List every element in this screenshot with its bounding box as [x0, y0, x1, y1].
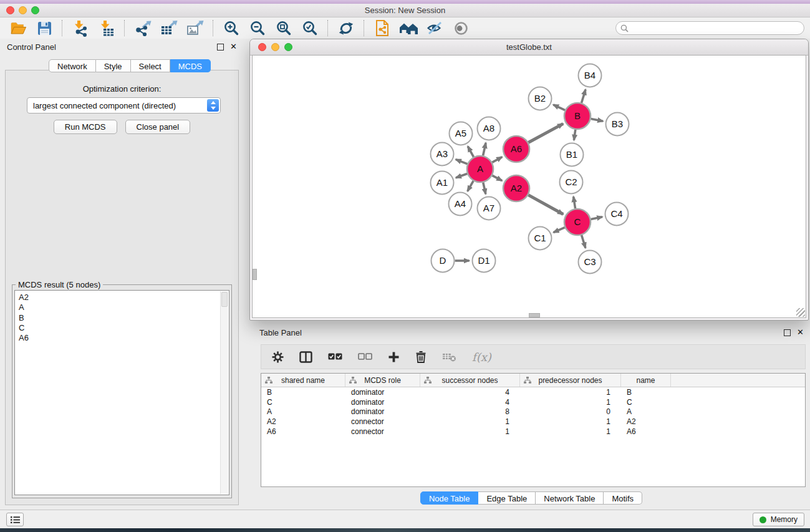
network-vscroll-thumb[interactable]	[253, 269, 257, 280]
graph-node-A6[interactable]: A6	[503, 136, 529, 162]
close-panel-button[interactable]: Close panel	[125, 120, 191, 134]
delete-table-button[interactable]	[442, 352, 456, 362]
graph-node-A[interactable]: A	[467, 156, 493, 182]
resize-grip[interactable]	[796, 308, 805, 317]
column-header-successor-nodes[interactable]: successor nodes	[420, 374, 520, 387]
mcds-result-item[interactable]: A6	[19, 333, 229, 343]
graph-node-A1[interactable]: A1	[431, 172, 454, 195]
table-row[interactable]: Bdominator41B	[261, 387, 805, 397]
search-input[interactable]	[629, 22, 804, 34]
memory-button[interactable]: Memory	[753, 513, 804, 526]
graph-edge-B-B3[interactable]	[591, 118, 603, 121]
select-all-button[interactable]	[328, 352, 342, 361]
import-network-button[interactable]	[69, 19, 92, 37]
graph-node-A5[interactable]: A5	[450, 122, 473, 145]
split-view-button[interactable]	[299, 351, 312, 363]
add-column-button[interactable]	[388, 351, 400, 363]
table-row[interactable]: A2connector11A2	[261, 417, 805, 427]
zoom-fit-button[interactable]	[272, 19, 295, 37]
column-header-mcds-role[interactable]: MCDS role	[345, 374, 420, 387]
graph-edge-A-A1[interactable]	[456, 174, 467, 178]
column-header-shared-name[interactable]: shared name	[261, 374, 345, 387]
show-all-button[interactable]	[450, 19, 472, 37]
result-scrollbar[interactable]	[220, 291, 228, 494]
table-row[interactable]: Cdominator41C	[261, 397, 805, 407]
graph-node-A4[interactable]: A4	[449, 193, 472, 216]
tab-mcds[interactable]: MCDS	[170, 59, 211, 72]
close-window-icon[interactable]	[6, 6, 14, 14]
graph-edge-B-B4[interactable]	[582, 90, 586, 104]
graph-node-D1[interactable]: D1	[473, 249, 496, 273]
graph-edge-C-C2[interactable]	[574, 196, 576, 208]
graph-edge-A-A2[interactable]	[492, 175, 502, 180]
tab-motifs[interactable]: Motifs	[604, 491, 642, 505]
tab-network-table[interactable]: Network Table	[536, 491, 604, 505]
graph-node-C1[interactable]: C1	[529, 227, 552, 250]
table-row[interactable]: A6connector11A6	[261, 427, 805, 437]
graph-node-B3[interactable]: B3	[606, 113, 629, 136]
export-table-button[interactable]	[158, 19, 180, 37]
zoom-out-button[interactable]	[246, 19, 269, 37]
run-mcds-button[interactable]: Run MCDS	[54, 120, 117, 134]
import-table-button[interactable]	[95, 19, 118, 37]
open-session-button[interactable]	[7, 19, 29, 37]
network-window-titlebar[interactable]: testGlobe.txt	[250, 39, 808, 56]
hide-selected-button[interactable]	[423, 19, 446, 37]
tab-network[interactable]: Network	[49, 59, 96, 72]
tab-style[interactable]: Style	[96, 59, 131, 72]
column-header-name[interactable]: name	[621, 374, 671, 387]
criterion-dropdown[interactable]: largest connected component (directed)	[27, 97, 221, 114]
graph-edge-A2-C[interactable]	[528, 195, 563, 215]
graph-node-B4[interactable]: B4	[579, 64, 602, 87]
zoom-selected-button[interactable]	[299, 19, 321, 37]
graph-edge-B-B1[interactable]	[574, 130, 575, 140]
refresh-button[interactable]	[335, 19, 357, 37]
minimize-network-icon[interactable]	[271, 43, 279, 51]
close-panel-icon[interactable]: ✕	[230, 43, 237, 51]
graph-node-B2[interactable]: B2	[529, 87, 552, 110]
graph-edge-A6-B[interactable]	[528, 123, 563, 142]
network-hscroll-thumb[interactable]	[529, 313, 540, 317]
graph-edge-C-C3[interactable]	[582, 235, 586, 248]
home-button[interactable]	[397, 19, 420, 37]
graph-node-D[interactable]: D	[432, 249, 455, 273]
delete-column-button[interactable]	[415, 351, 427, 363]
zoom-network-icon[interactable]	[284, 43, 292, 51]
close-network-icon[interactable]	[258, 43, 266, 51]
graph-edge-C-C1[interactable]	[554, 228, 565, 233]
float-table-panel-icon[interactable]	[784, 329, 791, 336]
graph-node-B[interactable]: B	[564, 103, 591, 129]
graph-node-A3[interactable]: A3	[431, 143, 454, 166]
tab-select[interactable]: Select	[131, 59, 170, 72]
graph-node-C2[interactable]: C2	[560, 171, 583, 194]
graph-node-A7[interactable]: A7	[478, 197, 501, 220]
table-row[interactable]: Adominator80A	[261, 407, 805, 417]
function-builder-button[interactable]: f(x)	[472, 351, 491, 364]
table-settings-button[interactable]	[272, 351, 284, 363]
close-table-panel-icon[interactable]: ✕	[797, 329, 804, 336]
graph-edge-A-A4[interactable]	[468, 181, 473, 191]
graph-edge-A-A8[interactable]	[483, 143, 486, 156]
float-panel-icon[interactable]	[217, 44, 224, 51]
mcds-result-item[interactable]: A2	[19, 293, 229, 302]
graph-edge-B-B2[interactable]	[553, 105, 565, 110]
graph-node-C[interactable]: C	[564, 209, 591, 235]
save-session-button[interactable]	[33, 19, 55, 37]
zoom-window-icon[interactable]	[31, 6, 39, 14]
show-panels-button[interactable]	[6, 513, 24, 526]
graph-edge-A-A6[interactable]	[492, 157, 502, 163]
graph-node-B1[interactable]: B1	[561, 143, 584, 167]
tab-node-table[interactable]: Node Table	[420, 491, 479, 505]
zoom-in-button[interactable]	[220, 19, 243, 37]
minimize-window-icon[interactable]	[19, 6, 27, 14]
graph-edge-C-C4[interactable]	[591, 217, 603, 220]
mcds-result-item[interactable]: A	[19, 302, 229, 312]
graph-edge-A-A5[interactable]	[468, 147, 473, 157]
deselect-all-button[interactable]	[358, 352, 372, 361]
network-canvas[interactable]: AA1A2A3A4A5A6A7A8BB1B2B3B4CC1C2C3C4DD1	[252, 55, 806, 318]
column-header-predecessor-nodes[interactable]: predecessor nodes	[520, 374, 621, 387]
export-network-button[interactable]	[132, 19, 154, 37]
graph-node-C4[interactable]: C4	[605, 203, 629, 226]
graph-node-A2[interactable]: A2	[503, 175, 529, 201]
export-image-button[interactable]	[184, 19, 206, 37]
